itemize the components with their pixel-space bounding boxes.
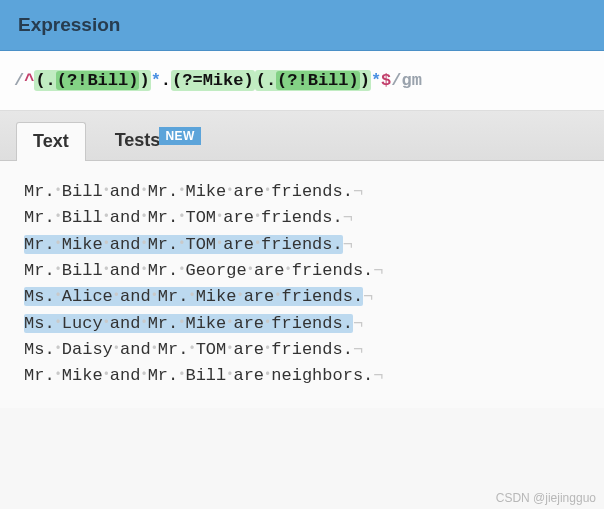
whitespace-dot-icon: • — [264, 316, 271, 330]
whitespace-dot-icon: • — [113, 289, 120, 303]
whitespace-dot-icon: • — [274, 289, 281, 303]
eol-icon: ¬ — [353, 340, 363, 359]
expression-title: Expression — [18, 14, 586, 36]
whitespace-dot-icon: • — [178, 237, 185, 251]
test-line: Ms.•Lucy•and•Mr.•Mike•are•friends.¬ — [24, 311, 580, 337]
test-line: Mr.•Bill•and•Mr.•George•are•friends.¬ — [24, 258, 580, 284]
regex-flags: gm — [402, 71, 422, 90]
whitespace-dot-icon: • — [55, 237, 62, 251]
test-line-content: Mr.•Bill•and•Mr.•Mike•are•friends. — [24, 182, 353, 201]
whitespace-dot-icon: • — [264, 342, 271, 356]
eol-icon: ¬ — [363, 287, 373, 306]
whitespace-dot-icon: • — [178, 368, 185, 382]
whitespace-dot-icon: • — [103, 316, 110, 330]
whitespace-dot-icon: • — [140, 368, 147, 382]
whitespace-dot-icon: • — [178, 263, 185, 277]
whitespace-dot-icon: • — [103, 184, 110, 198]
whitespace-dot-icon: • — [55, 210, 62, 224]
whitespace-dot-icon: • — [264, 368, 271, 382]
regex-expression[interactable]: /^(.(?!Bill))*.(?=Mike)(.(?!Bill))*$/gm — [14, 71, 590, 90]
whitespace-dot-icon: • — [55, 368, 62, 382]
regex-group-2: (.(?!Bill)) — [255, 70, 371, 91]
whitespace-dot-icon: • — [178, 316, 185, 330]
whitespace-dot-icon: • — [284, 263, 291, 277]
test-line-content: Ms.•Lucy•and•Mr.•Mike•are•friends. — [24, 314, 353, 333]
whitespace-dot-icon: • — [216, 237, 223, 251]
tab-text[interactable]: Text — [16, 122, 86, 161]
watermark: CSDN @jiejingguo — [496, 491, 596, 505]
whitespace-dot-icon: • — [140, 263, 147, 277]
regex-quant-star-2: * — [371, 71, 381, 90]
test-line-content: Ms.•Alice•and•Mr.•Mike•are•friends. — [24, 287, 363, 306]
whitespace-dot-icon: • — [103, 368, 110, 382]
eol-icon: ¬ — [373, 366, 383, 385]
eol-icon: ¬ — [353, 182, 363, 201]
whitespace-dot-icon: • — [226, 184, 233, 198]
whitespace-dot-icon: • — [103, 263, 110, 277]
test-line: Ms.•Alice•and•Mr.•Mike•are•friends.¬ — [24, 284, 580, 310]
whitespace-dot-icon: • — [254, 210, 261, 224]
test-line: Mr.•Mike•and•Mr.•TOM•are•friends.¬ — [24, 232, 580, 258]
eol-icon: ¬ — [343, 208, 353, 227]
test-line-content: Mr.•Bill•and•Mr.•TOM•are•friends. — [24, 208, 343, 227]
whitespace-dot-icon: • — [178, 184, 185, 198]
whitespace-dot-icon: • — [226, 368, 233, 382]
whitespace-dot-icon: • — [216, 210, 223, 224]
regex-neg-lookahead-1: (?!Bill) — [56, 71, 140, 90]
regex-group-1: (.(?!Bill)) — [34, 70, 150, 91]
whitespace-dot-icon: • — [178, 210, 185, 224]
expression-area: /^(.(?!Bill))*.(?=Mike)(.(?!Bill))*$/gm — [0, 51, 604, 111]
test-text-area[interactable]: Mr.•Bill•and•Mr.•Mike•are•friends.¬Mr.•B… — [0, 161, 604, 408]
whitespace-dot-icon: • — [254, 237, 261, 251]
whitespace-dot-icon: • — [113, 342, 120, 356]
whitespace-dot-icon: • — [55, 184, 62, 198]
test-line-content: Mr.•Mike•and•Mr.•Bill•are•neighbors. — [24, 366, 373, 385]
whitespace-dot-icon: • — [140, 184, 147, 198]
whitespace-dot-icon: • — [140, 316, 147, 330]
whitespace-dot-icon: • — [151, 342, 158, 356]
whitespace-dot-icon: • — [188, 342, 195, 356]
whitespace-dot-icon: • — [55, 263, 62, 277]
regex-pos-lookahead: (?=Mike) — [171, 70, 255, 91]
whitespace-dot-icon: • — [226, 342, 233, 356]
whitespace-dot-icon: • — [236, 289, 243, 303]
regex-anchor-start: ^ — [24, 71, 34, 90]
whitespace-dot-icon: • — [55, 342, 62, 356]
whitespace-dot-icon: • — [226, 316, 233, 330]
whitespace-dot-icon: • — [55, 289, 62, 303]
test-line: Ms.•Daisy•and•Mr.•TOM•are•friends.¬ — [24, 337, 580, 363]
test-line: Mr.•Bill•and•Mr.•Mike•are•friends.¬ — [24, 179, 580, 205]
whitespace-dot-icon: • — [151, 289, 158, 303]
test-line: Mr.•Bill•and•Mr.•TOM•are•friends.¬ — [24, 205, 580, 231]
eol-icon: ¬ — [373, 261, 383, 280]
whitespace-dot-icon: • — [103, 210, 110, 224]
tabs-bar: Text Tests NEW — [0, 111, 604, 161]
whitespace-dot-icon: • — [247, 263, 254, 277]
regex-quant-star-1: * — [151, 71, 161, 90]
expression-header: Expression — [0, 0, 604, 51]
whitespace-dot-icon: • — [140, 210, 147, 224]
whitespace-dot-icon: • — [140, 237, 147, 251]
badge-new: NEW — [159, 127, 201, 145]
whitespace-dot-icon: • — [188, 289, 195, 303]
whitespace-dot-icon: • — [264, 184, 271, 198]
regex-delim-close: / — [391, 71, 401, 90]
test-line-content: Mr.•Bill•and•Mr.•George•are•friends. — [24, 261, 373, 280]
whitespace-dot-icon: • — [103, 237, 110, 251]
whitespace-dot-icon: • — [55, 316, 62, 330]
test-line-content: Mr.•Mike•and•Mr.•TOM•are•friends. — [24, 235, 343, 254]
regex-delim-open: / — [14, 71, 24, 90]
test-line: Mr.•Mike•and•Mr.•Bill•are•neighbors.¬ — [24, 363, 580, 389]
regex-anchor-end: $ — [381, 71, 391, 90]
test-line-content: Ms.•Daisy•and•Mr.•TOM•are•friends. — [24, 340, 353, 359]
tab-tests[interactable]: Tests NEW — [98, 121, 218, 160]
eol-icon: ¬ — [353, 314, 363, 333]
eol-icon: ¬ — [343, 235, 353, 254]
regex-neg-lookahead-2: (?!Bill) — [276, 71, 360, 90]
